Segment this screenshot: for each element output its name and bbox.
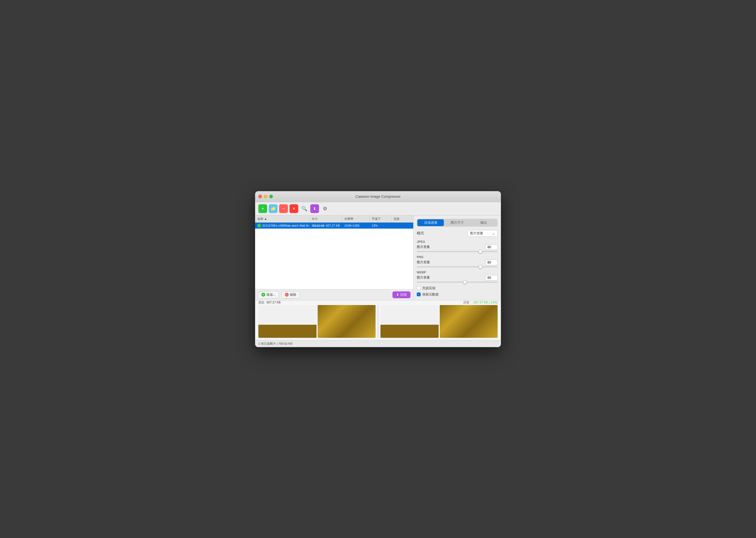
- preview-divider: [378, 305, 378, 338]
- file-resolution-cell: 2198×1365: [342, 223, 369, 228]
- tab-bar: 压缩选项 图片尺寸 输出: [417, 219, 498, 227]
- comp-ui-thumbnail: [380, 305, 439, 338]
- png-quality-slider[interactable]: [417, 266, 498, 267]
- jpeg-label: JPEG: [417, 240, 498, 243]
- col-size: 大小: [309, 215, 342, 222]
- app-window: Caesium Image Compressor + 📁 − ✕ 🔍 ⬇ ⚙: [255, 191, 501, 347]
- minimize-button[interactable]: [264, 195, 267, 198]
- mode-row: 模式 图片质量 ⌄: [417, 230, 498, 237]
- download-button[interactable]: ⬇: [310, 204, 319, 213]
- chevron-down-icon: ⌄: [492, 231, 495, 236]
- tab-output[interactable]: 输出: [470, 219, 497, 226]
- col-name: 名称 ▲: [255, 215, 309, 222]
- file-name-cell: ✓ 322197861-c09f06ab-abe2-4fa6-8c...: [255, 223, 309, 228]
- tab-image-size[interactable]: 图片尺寸: [444, 219, 470, 226]
- jpeg-section: JPEG 图片质量: [417, 240, 498, 252]
- titlebar: Caesium Image Compressor: [255, 191, 501, 202]
- folder-icon: 📁: [270, 206, 276, 211]
- search-button[interactable]: 🔍: [300, 204, 309, 213]
- orig-chandelier-thumbnail: [318, 305, 376, 338]
- remove-files-button[interactable]: − 移除: [281, 291, 300, 298]
- lossless-checkbox-row[interactable]: 无损压缩: [417, 286, 498, 291]
- preview-orig-col: [258, 305, 376, 338]
- lossless-checkbox[interactable]: [417, 286, 421, 290]
- comp-thumb-chandelier: [440, 305, 498, 338]
- col-resolution: 分辨率: [342, 215, 369, 222]
- remove-button[interactable]: −: [279, 204, 288, 213]
- col-saved: 节省了: [369, 215, 391, 222]
- metadata-checkbox[interactable]: [417, 293, 421, 296]
- jpeg-quality-label: 图片质量: [417, 245, 430, 249]
- jpeg-quality-row: 图片质量: [417, 244, 498, 250]
- file-list-body: ✓ 322197861-c09f06ab-abe2-4fa6-8c... 700…: [255, 223, 413, 289]
- file-saved-cell: 13%: [369, 223, 391, 228]
- status-bar: 1 张已选图片 | 700.62 KB: [255, 340, 501, 347]
- download-icon: ⬇: [313, 206, 316, 211]
- preview-comp-col: [380, 305, 498, 338]
- png-quality-row: 图片质量: [417, 260, 498, 265]
- png-quality-label: 图片质量: [417, 260, 430, 265]
- webp-quality-input[interactable]: [485, 275, 498, 281]
- webp-section: WebP 图片质量: [417, 271, 498, 283]
- add-button[interactable]: +: [258, 204, 267, 213]
- add-files-button[interactable]: + 添加...: [258, 291, 279, 298]
- jpeg-quality-slider[interactable]: [417, 251, 498, 252]
- compress-icon: ⬇: [396, 293, 399, 296]
- minus-icon: −: [282, 206, 285, 211]
- png-label: PNG: [417, 255, 498, 259]
- open-folder-button[interactable]: 📁: [269, 204, 278, 213]
- x-icon: ✕: [293, 207, 295, 211]
- mode-select[interactable]: 图片质量 ⌄: [467, 230, 498, 237]
- main-area: 名称 ▲ 大小 分辨率 节省了 信息 ✓ 322197861-c09f06ab-…: [255, 215, 501, 300]
- status-icon: ✓: [257, 224, 261, 228]
- file-list-header: 名称 ▲ 大小 分辨率 节省了 信息: [255, 215, 413, 223]
- webp-label: WebP: [417, 271, 498, 274]
- preview-section: 原始 607.27 KB 压缩 ↓ 607.27 KB (-13%): [255, 300, 501, 340]
- orig-size: 607.27 KB: [267, 301, 281, 304]
- col-info: 信息: [391, 215, 413, 222]
- bottom-btn-group: + 添加... − 移除: [258, 291, 300, 298]
- right-panel: 压缩选项 图片尺寸 输出 模式 图片质量 ⌄ JPEG 图片质量: [413, 215, 501, 300]
- comp-label: 压缩: [463, 300, 469, 304]
- comp-thumb-ui: [380, 305, 439, 338]
- mode-label: 模式: [417, 231, 424, 236]
- webp-quality-label: 图片质量: [417, 275, 430, 280]
- png-section: PNG 图片质量: [417, 255, 498, 267]
- compress-button[interactable]: ⬇ 压缩: [393, 292, 410, 298]
- png-quality-input[interactable]: [485, 260, 498, 265]
- add-circle-icon: +: [261, 293, 265, 296]
- webp-quality-row: 图片质量: [417, 275, 498, 281]
- add-icon: +: [261, 206, 264, 211]
- comp-chandelier-thumbnail: [440, 305, 498, 338]
- file-info-cell: [391, 225, 413, 226]
- remove-circle-icon: −: [285, 293, 289, 296]
- gear-icon: ⚙: [323, 206, 327, 212]
- jpeg-quality-input[interactable]: [485, 244, 498, 250]
- window-title: Caesium Image Compressor: [355, 194, 401, 198]
- settings-button[interactable]: ⚙: [321, 204, 329, 213]
- file-panel-bottom: + 添加... − 移除 ⬇ 压缩: [255, 289, 413, 300]
- fullscreen-button[interactable]: [269, 195, 273, 198]
- tab-compress-options[interactable]: 压缩选项: [417, 219, 444, 226]
- orig-ui-thumbnail: [258, 305, 317, 338]
- checkbox-group: 无损压缩 保留元数据: [417, 286, 498, 297]
- clear-button[interactable]: ✕: [290, 204, 298, 213]
- preview-label-row: 原始 607.27 KB 压缩 ↓ 607.27 KB (-13%): [255, 300, 501, 305]
- metadata-checkbox-row[interactable]: 保留元数据: [417, 292, 498, 297]
- file-panel: 名称 ▲ 大小 分辨率 节省了 信息 ✓ 322197861-c09f06ab-…: [255, 215, 413, 300]
- table-row[interactable]: ✓ 322197861-c09f06ab-abe2-4fa6-8c... 700…: [255, 223, 413, 229]
- traffic-lights: [258, 195, 273, 198]
- close-button[interactable]: [258, 195, 262, 198]
- webp-quality-slider[interactable]: [417, 282, 498, 283]
- orig-thumb-chandelier: [318, 305, 376, 338]
- file-size-cell: 700.62 KB 607.27 KB: [309, 223, 342, 228]
- toolbar: + 📁 − ✕ 🔍 ⬇ ⚙: [255, 202, 501, 215]
- status-text: 1 张已选图片 | 700.62 KB: [258, 342, 293, 345]
- comp-size: ↓ 607.27 KB (-13%): [471, 301, 498, 304]
- orig-thumb-ui: [258, 305, 317, 338]
- search-icon: 🔍: [301, 206, 307, 212]
- preview-images: [255, 305, 501, 340]
- orig-label: 原始: [258, 300, 264, 304]
